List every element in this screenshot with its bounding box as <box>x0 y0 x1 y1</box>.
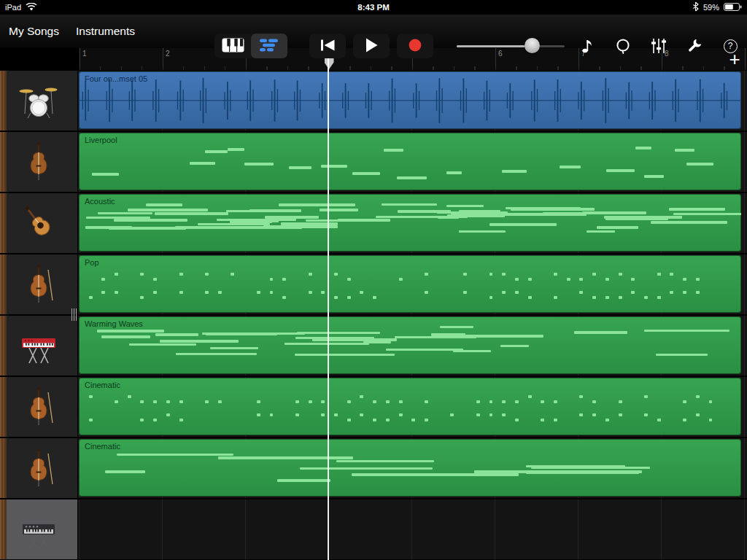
track-lane[interactable]: Liverpool <box>78 132 747 192</box>
midi-note <box>489 223 556 226</box>
midi-note <box>249 209 276 212</box>
region-warming-waves[interactable]: Warming Waves <box>79 316 741 374</box>
loop-browser-icon[interactable] <box>615 38 631 54</box>
device-label: iPad <box>5 3 21 12</box>
region-cinematic[interactable]: Cinematic <box>79 439 741 497</box>
tracks-view-button[interactable] <box>251 34 287 58</box>
rewind-button[interactable] <box>309 34 346 58</box>
track-lane[interactable]: Acoustic <box>78 193 747 253</box>
track-header-synth[interactable] <box>0 499 78 559</box>
track-lane[interactable]: Pop <box>78 254 747 314</box>
midi-note <box>228 148 244 151</box>
midi-note <box>386 419 390 421</box>
midi-note <box>101 278 105 281</box>
track-header-cello[interactable] <box>0 377 78 437</box>
my-songs-button[interactable]: My Songs <box>9 15 59 48</box>
midi-note <box>270 278 274 281</box>
mixer-levels-icon[interactable] <box>651 38 667 54</box>
midi-note <box>289 166 311 169</box>
midi-note <box>686 163 713 166</box>
midi-note <box>502 291 506 294</box>
acoustic-guitar-icon <box>18 203 59 244</box>
track-header-cello[interactable] <box>0 438 78 498</box>
midi-note <box>554 296 557 299</box>
midi-note <box>502 400 506 403</box>
track-row: Pop <box>0 254 747 316</box>
midi-note <box>89 419 93 421</box>
play-button[interactable] <box>353 34 390 58</box>
region-liverpool[interactable]: Liverpool <box>79 133 741 190</box>
midi-note <box>528 395 532 398</box>
midi-note <box>218 456 353 459</box>
midi-note <box>567 278 570 281</box>
battery-percent: 59% <box>703 3 719 12</box>
midi-note <box>205 291 209 294</box>
track-lane[interactable]: Warming Waves <box>78 316 747 376</box>
track-header-acoustic-guitar[interactable] <box>0 193 78 253</box>
settings-wrench-icon[interactable] <box>686 38 703 54</box>
track-lane[interactable]: Cinematic <box>78 377 747 437</box>
midi-note <box>155 212 228 215</box>
region-four-on-mset-05[interactable]: Four on...mset 05 <box>79 71 741 129</box>
midi-note <box>489 400 493 403</box>
bar-number: 2 <box>166 50 170 58</box>
song-settings-note-icon[interactable] <box>579 38 595 54</box>
midi-note <box>179 400 183 403</box>
midi-note <box>153 278 157 281</box>
midi-note <box>183 226 237 229</box>
red-keyboard-icon <box>18 325 59 366</box>
transport-controls <box>309 34 433 58</box>
midi-note <box>579 395 583 398</box>
volume-knob[interactable] <box>525 38 540 53</box>
midi-note <box>321 165 347 168</box>
midi-note <box>592 400 596 403</box>
midi-note <box>347 419 351 421</box>
midi-note <box>574 331 627 334</box>
midi-note <box>476 400 480 403</box>
midi-note <box>605 278 609 281</box>
track-header-upright-bass[interactable] <box>0 132 78 192</box>
help-button[interactable]: ? <box>722 38 738 54</box>
track-header-resize-grip[interactable] <box>71 308 77 321</box>
keyboard-view-button[interactable] <box>214 34 251 58</box>
region-acoustic[interactable]: Acoustic <box>79 194 741 252</box>
midi-note <box>360 291 363 294</box>
midi-note <box>431 333 465 336</box>
midi-note <box>619 413 622 416</box>
midi-note <box>309 291 312 294</box>
tracks-view-icon <box>260 38 279 55</box>
synth-icon <box>18 509 59 550</box>
battery-icon <box>724 3 742 12</box>
instruments-button[interactable]: Instruments <box>76 15 135 48</box>
midi-note <box>257 413 260 416</box>
midi-note <box>176 353 257 356</box>
midi-note <box>257 400 260 403</box>
midi-note <box>89 296 93 299</box>
midi-note <box>129 343 197 346</box>
track-header-red-keyboard[interactable] <box>0 316 78 376</box>
track-lane[interactable]: Cinematic <box>78 438 747 498</box>
midi-note <box>166 413 170 416</box>
midi-note <box>631 291 635 294</box>
ruler-minor-ticks <box>80 66 747 70</box>
midi-note <box>373 419 376 421</box>
midi-note <box>217 219 296 222</box>
region-pop[interactable]: Pop <box>79 255 741 313</box>
volume-slider[interactable] <box>457 34 565 58</box>
track-lane[interactable]: Four on...mset 05 <box>78 71 747 131</box>
midi-note <box>411 419 415 421</box>
midi-note <box>579 278 583 281</box>
midi-note <box>300 467 433 470</box>
region-cinematic[interactable]: Cinematic <box>79 378 741 435</box>
track-header-drum-kit[interactable] <box>0 71 78 131</box>
midi-note <box>155 333 198 336</box>
track-header-cello[interactable] <box>0 254 78 314</box>
midi-note <box>352 172 381 175</box>
track-lane[interactable] <box>78 499 747 559</box>
midi-note <box>179 273 183 276</box>
record-button[interactable] <box>397 34 433 58</box>
midi-note <box>657 419 661 421</box>
region-label: Cinematic <box>85 381 120 389</box>
midi-note <box>670 291 673 294</box>
midi-note <box>709 400 713 403</box>
